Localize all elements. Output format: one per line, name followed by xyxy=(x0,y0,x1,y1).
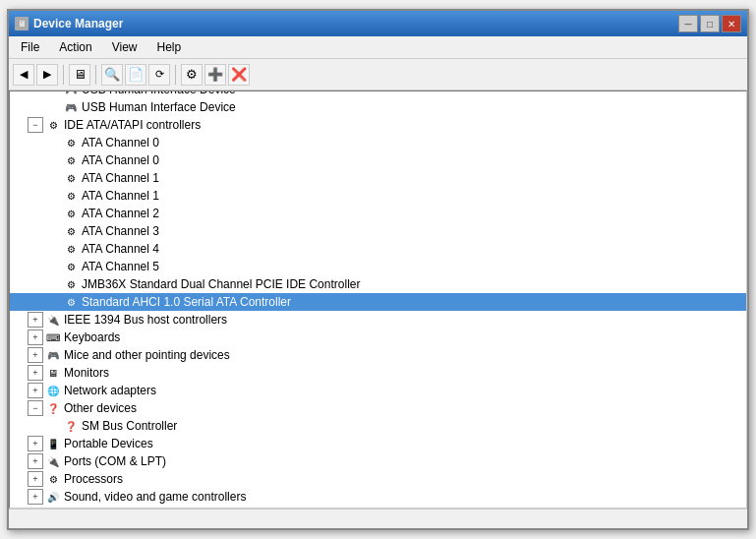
tree-expander[interactable]: − xyxy=(28,400,43,416)
refresh-button[interactable]: ⟳ xyxy=(148,64,170,86)
tree-expander[interactable]: + xyxy=(28,471,43,487)
tree-item[interactable]: ⚙ATA Channel 0 xyxy=(10,134,746,151)
tree-item-label: Mice and other pointing devices xyxy=(64,348,230,362)
tree-item-label: IDE ATA/ATAPI controllers xyxy=(64,118,201,132)
search-button[interactable]: 🔍 xyxy=(101,64,123,86)
tree-item-icon: 🔌 xyxy=(45,312,61,328)
tree-item-icon: ⚙ xyxy=(63,223,79,239)
tree-item-label: ATA Channel 3 xyxy=(82,224,159,238)
menu-help[interactable]: Help xyxy=(149,38,190,56)
tree-item[interactable]: +🖥Monitors xyxy=(10,364,746,382)
toolbar-separator-3 xyxy=(175,65,176,85)
tree-item[interactable]: ⚙ATA Channel 1 xyxy=(10,187,746,205)
tree-item[interactable]: +🔊Sound, video and game controllers xyxy=(10,488,746,506)
tree-item-label: Standard AHCI 1.0 Serial ATA Controller xyxy=(82,295,291,309)
tree-item[interactable]: +🔌Ports (COM & LPT) xyxy=(10,452,746,470)
title-bar: 🖥 Device Manager ─ □ ✕ xyxy=(9,11,747,36)
tree-item[interactable]: ⚙ATA Channel 5 xyxy=(10,258,746,275)
properties-button[interactable]: 📄 xyxy=(125,64,146,86)
tree-item-icon: ⚙ xyxy=(63,259,79,274)
tree-item-icon: 🔌 xyxy=(45,453,61,469)
tree-item-icon: ⚙ xyxy=(63,188,79,204)
tree-item-label: Network adapters xyxy=(64,384,156,397)
tree-expander[interactable]: + xyxy=(28,383,43,398)
menu-view[interactable]: View xyxy=(104,38,145,56)
tree-expander[interactable]: + xyxy=(28,312,43,328)
window-title: Device Manager xyxy=(33,17,123,30)
status-bar xyxy=(9,509,747,528)
tree-item-icon: 📱 xyxy=(45,436,61,451)
tree-item-icon: 🎮 xyxy=(45,347,61,363)
tree-item-icon: 🎮 xyxy=(63,90,79,97)
close-button[interactable]: ✕ xyxy=(722,15,741,32)
tree-item[interactable]: ⚙ATA Channel 0 xyxy=(10,151,746,169)
device-manager-window: 🖥 Device Manager ─ □ ✕ File Action View … xyxy=(7,9,749,530)
tree-item[interactable]: 🎮USB Human Interface Device xyxy=(10,98,746,116)
tree-item-icon: ⚙ xyxy=(63,206,79,221)
tree-expander[interactable]: + xyxy=(28,436,43,451)
tree-expander[interactable]: + xyxy=(28,365,43,381)
toolbar: ◀ ▶ 🖥 🔍 📄 ⟳ ⚙ ➕ ❌ xyxy=(9,59,747,90)
tree-item[interactable]: +⚙Processors xyxy=(10,470,746,488)
tree-item-icon: ⚙ xyxy=(45,117,61,133)
tree-item[interactable]: +🎮Mice and other pointing devices xyxy=(10,346,746,364)
add-button[interactable]: ➕ xyxy=(204,64,226,86)
tree-item-label: ATA Channel 5 xyxy=(82,260,159,273)
tree-item[interactable]: +📱Portable Devices xyxy=(10,435,746,452)
menu-bar: File Action View Help xyxy=(9,36,747,59)
tree-item[interactable]: +🌐Network adapters xyxy=(10,382,746,399)
tree-item[interactable]: −❓Other devices xyxy=(10,399,746,417)
tree-item-icon: ⚙ xyxy=(63,294,79,310)
tree-expander[interactable]: + xyxy=(28,489,43,505)
tree-item-label: Processors xyxy=(64,472,123,486)
tree-item[interactable]: 🎮USB Human Interface Device xyxy=(10,90,746,98)
window-icon: 🖥 xyxy=(15,17,29,30)
device-tree[interactable]: 🎮USB Human Interface Device🎮USB Human In… xyxy=(9,90,747,509)
tree-item-label: ATA Channel 2 xyxy=(82,207,159,220)
tree-item[interactable]: ⚙Standard AHCI 1.0 Serial ATA Controller xyxy=(10,293,746,311)
tree-item[interactable]: ⚙JMB36X Standard Dual Channel PCIE IDE C… xyxy=(10,275,746,293)
tree-item[interactable]: ⚙ATA Channel 2 xyxy=(10,205,746,222)
tree-item-label: Ports (COM & LPT) xyxy=(64,454,166,468)
tree-item[interactable]: ⚙ATA Channel 3 xyxy=(10,222,746,240)
minimize-button[interactable]: ─ xyxy=(678,15,698,32)
tree-item[interactable]: ⚙ATA Channel 4 xyxy=(10,240,746,258)
tree-item-icon: 🌐 xyxy=(45,383,61,398)
tree-item-label: USB Human Interface Device xyxy=(82,100,236,114)
menu-file[interactable]: File xyxy=(13,38,47,56)
tree-expander[interactable]: + xyxy=(28,453,43,469)
tree-item-label: Other devices xyxy=(64,401,137,415)
content-area: 🎮USB Human Interface Device🎮USB Human In… xyxy=(9,90,747,509)
tree-item-icon: ⚙ xyxy=(63,135,79,150)
settings-button[interactable]: ⚙ xyxy=(181,64,203,86)
tree-item-icon: ⚙ xyxy=(63,241,79,257)
tree-expander[interactable]: − xyxy=(28,117,43,133)
tree-item-label: SM Bus Controller xyxy=(82,419,177,433)
computer-button[interactable]: 🖥 xyxy=(69,64,90,86)
tree-item-label: ATA Channel 1 xyxy=(82,171,159,185)
tree-item-icon: 🖥 xyxy=(45,365,61,381)
title-bar-left: 🖥 Device Manager xyxy=(15,17,123,30)
menu-action[interactable]: Action xyxy=(51,38,99,56)
tree-item-label: Monitors xyxy=(64,366,109,380)
tree-item-label: JMB36X Standard Dual Channel PCIE IDE Co… xyxy=(82,277,360,291)
toolbar-separator-2 xyxy=(95,65,96,85)
tree-item-icon: ❓ xyxy=(45,400,61,416)
tree-item-icon: ⌨ xyxy=(45,329,61,345)
tree-expander[interactable]: + xyxy=(28,347,43,363)
tree-item-icon: 🎮 xyxy=(63,99,79,115)
tree-item[interactable]: ⚙ATA Channel 1 xyxy=(10,169,746,187)
back-button[interactable]: ◀ xyxy=(13,64,34,86)
tree-item-label: ATA Channel 4 xyxy=(82,242,159,256)
maximize-button[interactable]: □ xyxy=(700,15,720,32)
forward-button[interactable]: ▶ xyxy=(36,64,58,86)
remove-button[interactable]: ❌ xyxy=(228,64,250,86)
tree-item-label: USB Human Interface Device xyxy=(82,90,236,96)
tree-item-icon: ⚙ xyxy=(45,471,61,487)
tree-expander[interactable]: + xyxy=(28,329,43,345)
tree-item[interactable]: +⌨Keyboards xyxy=(10,329,746,346)
tree-item[interactable]: ❓SM Bus Controller xyxy=(10,417,746,435)
tree-item-icon: ⚙ xyxy=(63,170,79,186)
tree-item[interactable]: +🔌IEEE 1394 Bus host controllers xyxy=(10,311,746,329)
tree-item[interactable]: −⚙IDE ATA/ATAPI controllers xyxy=(10,116,746,134)
